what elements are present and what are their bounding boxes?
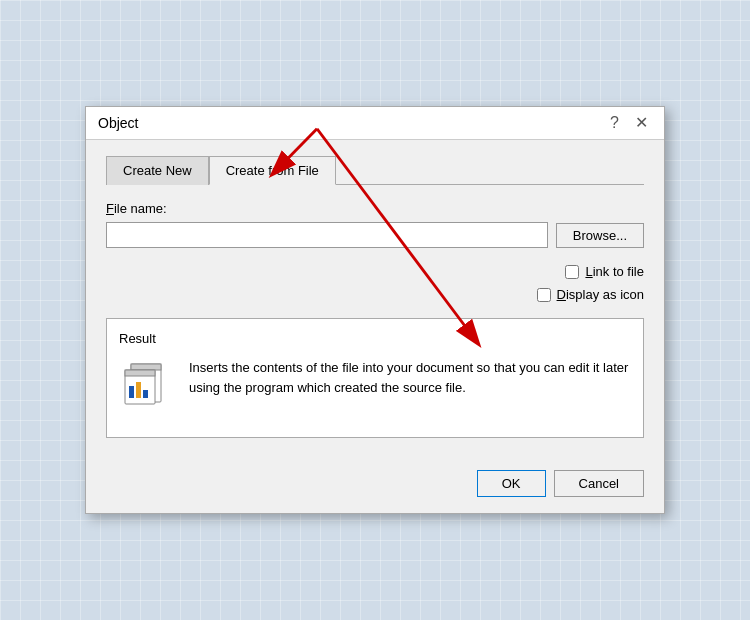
display-as-icon-checkbox[interactable] xyxy=(537,288,551,302)
tab-create-from-file[interactable]: Create from File xyxy=(209,156,336,185)
browse-button[interactable]: Browse... xyxy=(556,223,644,248)
link-to-file-row: Link to file xyxy=(565,264,644,279)
dialog-title: Object xyxy=(98,115,138,131)
file-name-input[interactable] xyxy=(106,222,548,248)
ok-button[interactable]: OK xyxy=(477,470,546,497)
title-actions: ? ✕ xyxy=(606,115,652,131)
file-row: Browse... xyxy=(106,222,644,248)
result-icon xyxy=(119,358,175,410)
svg-rect-4 xyxy=(129,386,134,398)
result-label: Result xyxy=(119,331,631,346)
svg-rect-3 xyxy=(125,370,155,376)
tab-create-new[interactable]: Create New xyxy=(106,156,209,185)
dialog-footer: OK Cancel xyxy=(86,458,664,513)
options-area: Link to file Display as icon xyxy=(106,264,644,302)
file-name-label: File name: xyxy=(106,201,644,216)
svg-rect-5 xyxy=(136,382,141,398)
title-bar: Object ? ✕ xyxy=(86,107,664,140)
result-description: Inserts the contents of the file into yo… xyxy=(189,358,631,397)
dialog-body: Create New Create from File File name: B… xyxy=(86,140,664,458)
link-to-file-checkbox[interactable] xyxy=(565,265,579,279)
display-as-icon-row: Display as icon xyxy=(537,287,644,302)
result-icon-svg xyxy=(119,358,175,410)
result-box: Result xyxy=(106,318,644,438)
link-to-file-label[interactable]: Link to file xyxy=(585,264,644,279)
close-button[interactable]: ✕ xyxy=(631,115,652,131)
display-as-icon-label[interactable]: Display as icon xyxy=(557,287,644,302)
object-dialog: Object ? ✕ Create New Create from File F… xyxy=(85,106,665,514)
tabs-container: Create New Create from File xyxy=(106,156,644,185)
cancel-button[interactable]: Cancel xyxy=(554,470,644,497)
result-content: Inserts the contents of the file into yo… xyxy=(119,358,631,410)
svg-rect-1 xyxy=(131,364,161,370)
svg-rect-6 xyxy=(143,390,148,398)
help-button[interactable]: ? xyxy=(606,115,623,131)
